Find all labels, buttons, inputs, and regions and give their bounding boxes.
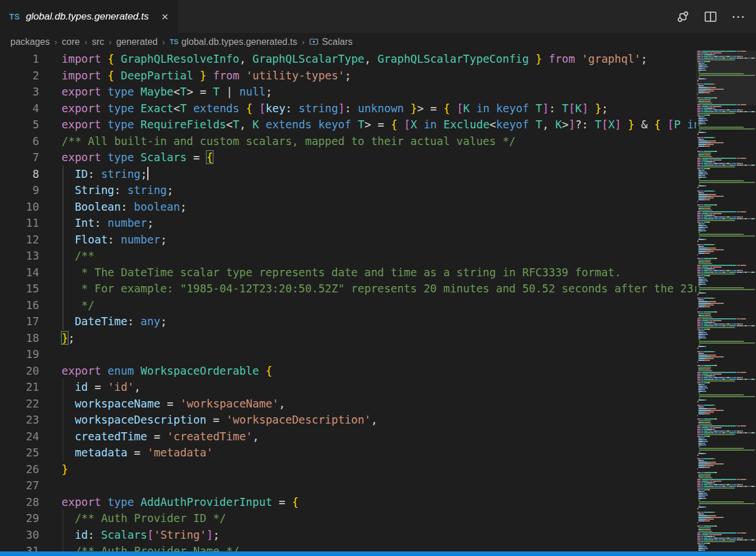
- code-line[interactable]: 4export type Exact<T extends { [key: str…: [0, 100, 696, 117]
- code-line[interactable]: 24 createdTime = 'createdTime',: [0, 428, 696, 445]
- breadcrumb-separator-icon: ›: [162, 37, 165, 47]
- line-number[interactable]: 10: [0, 199, 39, 215]
- line-number[interactable]: 22: [0, 395, 39, 412]
- line-number[interactable]: 24: [0, 428, 39, 445]
- code-line[interactable]: 28export type AddAuthProviderInput = {: [0, 494, 696, 511]
- code-line[interactable]: 11 Int: number;: [0, 215, 696, 231]
- breadcrumb-item-generated[interactable]: generated: [116, 37, 158, 47]
- code-text: ID: string;: [39, 166, 148, 182]
- code-line[interactable]: 19: [0, 346, 696, 363]
- code-line[interactable]: 25 metadata = 'metadata': [0, 444, 696, 461]
- indent-guide: [63, 166, 63, 330]
- line-number[interactable]: 30: [0, 527, 39, 543]
- editor-tab-bar: TS global.db.types.generated.ts ×: [0, 0, 756, 33]
- code-line[interactable]: 3export type Maybe<T> = T | null;: [0, 83, 696, 100]
- code-line[interactable]: 31 /** Auth Provider Name */: [0, 543, 696, 551]
- line-number[interactable]: 5: [0, 116, 39, 133]
- code-line[interactable]: 22 workspaceName = 'workspaceName',: [0, 395, 696, 412]
- line-number[interactable]: 29: [0, 510, 39, 527]
- line-number[interactable]: 20: [0, 363, 39, 379]
- more-actions-icon[interactable]: ⋯: [731, 9, 746, 24]
- code-line[interactable]: 2import { DeepPartial } from 'utility-ty…: [0, 67, 696, 84]
- breadcrumb-item-core[interactable]: core: [62, 37, 80, 47]
- editor-actions: ⋯: [675, 0, 756, 33]
- code-line[interactable]: 29 /** Auth Provider ID */: [0, 510, 696, 527]
- code-line[interactable]: 9 String: string;: [0, 182, 696, 199]
- line-number[interactable]: 14: [0, 264, 39, 281]
- breadcrumb-item-packages[interactable]: packages: [10, 37, 50, 47]
- code-line[interactable]: 20export enum WorkspaceOrderable {: [0, 363, 696, 379]
- vscode-window: TS global.db.types.generated.ts ×: [0, 0, 756, 556]
- breadcrumb-separator-icon: ›: [85, 37, 87, 47]
- indent-guide: [63, 379, 63, 461]
- line-number[interactable]: 25: [0, 444, 39, 461]
- code-text: import { GraphQLResolveInfo, GraphQLScal…: [39, 51, 647, 67]
- breadcrumb-label: generated: [116, 37, 158, 47]
- code-text: Int: number;: [39, 215, 154, 231]
- code-line[interactable]: 1import { GraphQLResolveInfo, GraphQLSca…: [0, 51, 696, 67]
- line-number[interactable]: 2: [0, 67, 39, 84]
- code-line[interactable]: 12 Float: number;: [0, 231, 696, 248]
- code-text: id: Scalars['String'];: [39, 527, 220, 543]
- line-number[interactable]: 19: [0, 346, 39, 363]
- minimap[interactable]: [696, 51, 756, 551]
- breadcrumb-label: src: [92, 37, 104, 47]
- code-line[interactable]: 23 workspaceDescription = 'workspaceDesc…: [0, 412, 696, 428]
- line-number[interactable]: 23: [0, 412, 39, 428]
- line-number[interactable]: 11: [0, 215, 39, 231]
- code-line[interactable]: 14 * The DateTime scalar type represents…: [0, 264, 696, 281]
- line-number[interactable]: 16: [0, 297, 39, 314]
- code-text: metadata = 'metadata': [39, 444, 213, 461]
- line-number[interactable]: 9: [0, 182, 39, 199]
- breadcrumb-item-scalars[interactable]: Scalars: [309, 37, 352, 47]
- breadcrumb-item-global-db-types-generated-ts[interactable]: TSglobal.db.types.generated.ts: [170, 37, 297, 47]
- code-line[interactable]: 8 ID: string;: [0, 166, 696, 182]
- line-number[interactable]: 28: [0, 494, 39, 511]
- text-cursor: [147, 167, 148, 180]
- line-number[interactable]: 6: [0, 133, 39, 150]
- indent-guide: [63, 510, 63, 551]
- line-number[interactable]: 31: [0, 543, 39, 551]
- open-changes-icon[interactable]: [675, 9, 690, 24]
- code-line[interactable]: 7export type Scalars = {: [0, 149, 696, 166]
- code-line[interactable]: 21 id = 'id',: [0, 379, 696, 395]
- line-number[interactable]: 15: [0, 280, 39, 297]
- line-number[interactable]: 18: [0, 330, 39, 346]
- code-text: * For example: "1985-04-12T23:20:50.52Z"…: [39, 280, 696, 297]
- status-bar: [0, 551, 756, 556]
- code-line[interactable]: 6/** All built-in and custom scalars, ma…: [0, 133, 696, 150]
- line-number[interactable]: 1: [0, 51, 39, 67]
- code-line[interactable]: 17 DateTime: any;: [0, 313, 696, 330]
- line-number[interactable]: 4: [0, 100, 39, 117]
- line-number[interactable]: 27: [0, 477, 39, 494]
- code-text: export type Maybe<T> = T | null;: [39, 83, 272, 100]
- code-line[interactable]: 13 /**: [0, 247, 696, 264]
- tab-global-db-types-generated-ts[interactable]: TS global.db.types.generated.ts ×: [0, 0, 178, 33]
- line-number[interactable]: 26: [0, 461, 39, 478]
- line-number[interactable]: 8: [0, 166, 39, 182]
- ts-file-icon: TS: [9, 12, 20, 21]
- line-number[interactable]: 13: [0, 247, 39, 264]
- line-number[interactable]: 3: [0, 83, 39, 100]
- code-line[interactable]: 15 * For example: "1985-04-12T23:20:50.5…: [0, 280, 696, 297]
- code-line[interactable]: 18};: [0, 330, 696, 346]
- line-number[interactable]: 17: [0, 313, 39, 330]
- line-number[interactable]: 12: [0, 231, 39, 248]
- code-text: export type AddAuthProviderInput = {: [39, 494, 299, 511]
- split-editor-icon[interactable]: [703, 9, 718, 24]
- code-text: */: [39, 297, 94, 314]
- code-line[interactable]: 30 id: Scalars['String'];: [0, 527, 696, 543]
- line-number[interactable]: 7: [0, 149, 39, 166]
- code-area[interactable]: 1import { GraphQLResolveInfo, GraphQLSca…: [0, 51, 696, 551]
- minimap-slider[interactable]: [696, 51, 756, 105]
- code-line[interactable]: 26}: [0, 461, 696, 478]
- tab-close-icon[interactable]: ×: [162, 10, 169, 22]
- code-line[interactable]: 27: [0, 477, 696, 494]
- line-number[interactable]: 21: [0, 379, 39, 395]
- minimap-canvas[interactable]: [696, 51, 756, 551]
- code-line[interactable]: 5export type RequireFields<T, K extends …: [0, 116, 696, 133]
- breadcrumb-item-src[interactable]: src: [92, 37, 104, 47]
- code-line[interactable]: 10 Boolean: boolean;: [0, 199, 696, 215]
- code-text: export type Scalars = {: [39, 149, 213, 166]
- code-line[interactable]: 16 */: [0, 297, 696, 314]
